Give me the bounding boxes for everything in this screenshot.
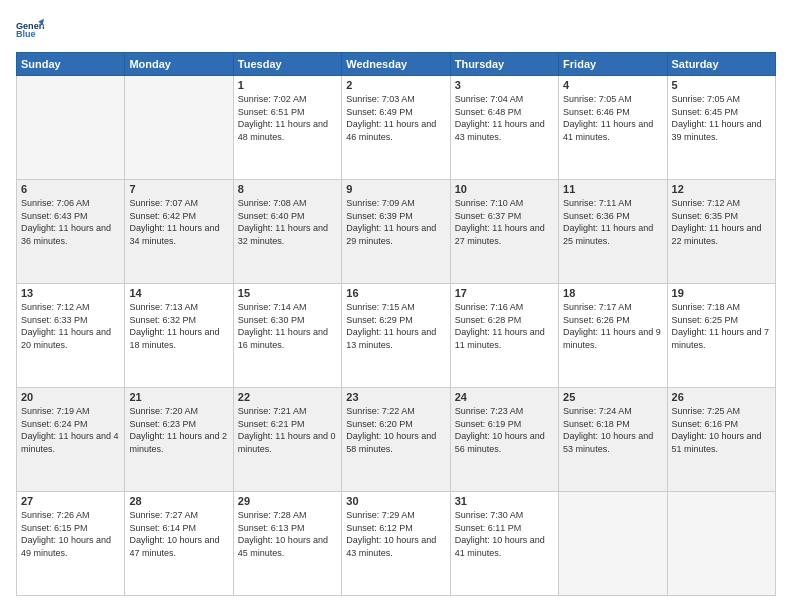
weekday-header-tuesday: Tuesday [233, 53, 341, 76]
calendar-cell: 19Sunrise: 7:18 AM Sunset: 6:25 PM Dayli… [667, 284, 775, 388]
calendar-cell: 2Sunrise: 7:03 AM Sunset: 6:49 PM Daylig… [342, 76, 450, 180]
day-info: Sunrise: 7:18 AM Sunset: 6:25 PM Dayligh… [672, 301, 771, 351]
day-info: Sunrise: 7:20 AM Sunset: 6:23 PM Dayligh… [129, 405, 228, 455]
calendar-week-5: 27Sunrise: 7:26 AM Sunset: 6:15 PM Dayli… [17, 492, 776, 596]
day-info: Sunrise: 7:09 AM Sunset: 6:39 PM Dayligh… [346, 197, 445, 247]
day-number: 30 [346, 495, 445, 507]
page: General Blue SundayMondayTuesdayWednesda… [0, 0, 792, 612]
weekday-header-monday: Monday [125, 53, 233, 76]
calendar-week-3: 13Sunrise: 7:12 AM Sunset: 6:33 PM Dayli… [17, 284, 776, 388]
day-info: Sunrise: 7:05 AM Sunset: 6:45 PM Dayligh… [672, 93, 771, 143]
calendar-cell: 8Sunrise: 7:08 AM Sunset: 6:40 PM Daylig… [233, 180, 341, 284]
day-number: 3 [455, 79, 554, 91]
day-info: Sunrise: 7:21 AM Sunset: 6:21 PM Dayligh… [238, 405, 337, 455]
weekday-header-wednesday: Wednesday [342, 53, 450, 76]
header: General Blue [16, 16, 776, 44]
day-info: Sunrise: 7:06 AM Sunset: 6:43 PM Dayligh… [21, 197, 120, 247]
day-info: Sunrise: 7:10 AM Sunset: 6:37 PM Dayligh… [455, 197, 554, 247]
calendar-cell: 4Sunrise: 7:05 AM Sunset: 6:46 PM Daylig… [559, 76, 667, 180]
calendar-cell: 12Sunrise: 7:12 AM Sunset: 6:35 PM Dayli… [667, 180, 775, 284]
logo: General Blue [16, 16, 48, 44]
day-info: Sunrise: 7:22 AM Sunset: 6:20 PM Dayligh… [346, 405, 445, 455]
logo-icon: General Blue [16, 16, 44, 44]
weekday-header-sunday: Sunday [17, 53, 125, 76]
calendar-cell [125, 76, 233, 180]
day-number: 29 [238, 495, 337, 507]
day-number: 23 [346, 391, 445, 403]
day-info: Sunrise: 7:17 AM Sunset: 6:26 PM Dayligh… [563, 301, 662, 351]
calendar-cell: 14Sunrise: 7:13 AM Sunset: 6:32 PM Dayli… [125, 284, 233, 388]
day-number: 5 [672, 79, 771, 91]
day-info: Sunrise: 7:02 AM Sunset: 6:51 PM Dayligh… [238, 93, 337, 143]
day-info: Sunrise: 7:15 AM Sunset: 6:29 PM Dayligh… [346, 301, 445, 351]
calendar-week-2: 6Sunrise: 7:06 AM Sunset: 6:43 PM Daylig… [17, 180, 776, 284]
calendar-cell: 22Sunrise: 7:21 AM Sunset: 6:21 PM Dayli… [233, 388, 341, 492]
day-number: 26 [672, 391, 771, 403]
calendar-cell: 27Sunrise: 7:26 AM Sunset: 6:15 PM Dayli… [17, 492, 125, 596]
calendar-cell: 7Sunrise: 7:07 AM Sunset: 6:42 PM Daylig… [125, 180, 233, 284]
calendar-cell: 16Sunrise: 7:15 AM Sunset: 6:29 PM Dayli… [342, 284, 450, 388]
calendar-cell: 18Sunrise: 7:17 AM Sunset: 6:26 PM Dayli… [559, 284, 667, 388]
calendar-cell: 29Sunrise: 7:28 AM Sunset: 6:13 PM Dayli… [233, 492, 341, 596]
day-number: 20 [21, 391, 120, 403]
calendar-cell: 30Sunrise: 7:29 AM Sunset: 6:12 PM Dayli… [342, 492, 450, 596]
day-info: Sunrise: 7:30 AM Sunset: 6:11 PM Dayligh… [455, 509, 554, 559]
day-info: Sunrise: 7:12 AM Sunset: 6:35 PM Dayligh… [672, 197, 771, 247]
day-number: 7 [129, 183, 228, 195]
day-number: 18 [563, 287, 662, 299]
svg-text:Blue: Blue [16, 29, 36, 39]
calendar-cell: 23Sunrise: 7:22 AM Sunset: 6:20 PM Dayli… [342, 388, 450, 492]
calendar-cell [559, 492, 667, 596]
calendar-cell: 13Sunrise: 7:12 AM Sunset: 6:33 PM Dayli… [17, 284, 125, 388]
calendar-cell: 28Sunrise: 7:27 AM Sunset: 6:14 PM Dayli… [125, 492, 233, 596]
calendar-week-1: 1Sunrise: 7:02 AM Sunset: 6:51 PM Daylig… [17, 76, 776, 180]
day-number: 25 [563, 391, 662, 403]
day-info: Sunrise: 7:13 AM Sunset: 6:32 PM Dayligh… [129, 301, 228, 351]
day-info: Sunrise: 7:04 AM Sunset: 6:48 PM Dayligh… [455, 93, 554, 143]
day-number: 27 [21, 495, 120, 507]
day-number: 19 [672, 287, 771, 299]
calendar-cell: 20Sunrise: 7:19 AM Sunset: 6:24 PM Dayli… [17, 388, 125, 492]
day-number: 28 [129, 495, 228, 507]
day-info: Sunrise: 7:19 AM Sunset: 6:24 PM Dayligh… [21, 405, 120, 455]
calendar-cell [667, 492, 775, 596]
weekday-header-thursday: Thursday [450, 53, 558, 76]
day-number: 1 [238, 79, 337, 91]
calendar-cell: 1Sunrise: 7:02 AM Sunset: 6:51 PM Daylig… [233, 76, 341, 180]
day-info: Sunrise: 7:24 AM Sunset: 6:18 PM Dayligh… [563, 405, 662, 455]
calendar-cell: 17Sunrise: 7:16 AM Sunset: 6:28 PM Dayli… [450, 284, 558, 388]
calendar-cell: 10Sunrise: 7:10 AM Sunset: 6:37 PM Dayli… [450, 180, 558, 284]
day-number: 16 [346, 287, 445, 299]
calendar-cell: 25Sunrise: 7:24 AM Sunset: 6:18 PM Dayli… [559, 388, 667, 492]
day-info: Sunrise: 7:07 AM Sunset: 6:42 PM Dayligh… [129, 197, 228, 247]
day-number: 12 [672, 183, 771, 195]
weekday-header-row: SundayMondayTuesdayWednesdayThursdayFrid… [17, 53, 776, 76]
calendar-cell: 15Sunrise: 7:14 AM Sunset: 6:30 PM Dayli… [233, 284, 341, 388]
day-number: 2 [346, 79, 445, 91]
day-number: 17 [455, 287, 554, 299]
day-number: 14 [129, 287, 228, 299]
calendar-table: SundayMondayTuesdayWednesdayThursdayFrid… [16, 52, 776, 596]
calendar-cell: 5Sunrise: 7:05 AM Sunset: 6:45 PM Daylig… [667, 76, 775, 180]
day-number: 22 [238, 391, 337, 403]
weekday-header-saturday: Saturday [667, 53, 775, 76]
day-info: Sunrise: 7:27 AM Sunset: 6:14 PM Dayligh… [129, 509, 228, 559]
calendar-cell: 26Sunrise: 7:25 AM Sunset: 6:16 PM Dayli… [667, 388, 775, 492]
day-info: Sunrise: 7:08 AM Sunset: 6:40 PM Dayligh… [238, 197, 337, 247]
day-info: Sunrise: 7:28 AM Sunset: 6:13 PM Dayligh… [238, 509, 337, 559]
calendar-cell: 11Sunrise: 7:11 AM Sunset: 6:36 PM Dayli… [559, 180, 667, 284]
day-number: 31 [455, 495, 554, 507]
calendar-cell: 9Sunrise: 7:09 AM Sunset: 6:39 PM Daylig… [342, 180, 450, 284]
day-info: Sunrise: 7:03 AM Sunset: 6:49 PM Dayligh… [346, 93, 445, 143]
weekday-header-friday: Friday [559, 53, 667, 76]
calendar-cell: 21Sunrise: 7:20 AM Sunset: 6:23 PM Dayli… [125, 388, 233, 492]
day-number: 8 [238, 183, 337, 195]
day-info: Sunrise: 7:26 AM Sunset: 6:15 PM Dayligh… [21, 509, 120, 559]
day-number: 10 [455, 183, 554, 195]
calendar-cell: 6Sunrise: 7:06 AM Sunset: 6:43 PM Daylig… [17, 180, 125, 284]
day-info: Sunrise: 7:23 AM Sunset: 6:19 PM Dayligh… [455, 405, 554, 455]
day-number: 9 [346, 183, 445, 195]
day-number: 13 [21, 287, 120, 299]
calendar-cell: 24Sunrise: 7:23 AM Sunset: 6:19 PM Dayli… [450, 388, 558, 492]
day-number: 24 [455, 391, 554, 403]
